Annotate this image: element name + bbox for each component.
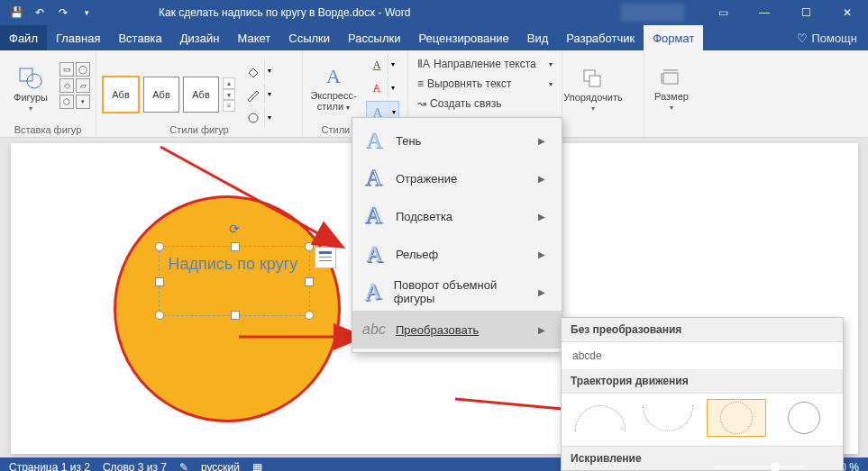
chevron-right-icon: ▶ bbox=[538, 249, 545, 259]
rotate-handle[interactable]: ⟳ bbox=[227, 222, 242, 236]
bevel-a-icon: A bbox=[366, 240, 383, 267]
status-language[interactable]: русский bbox=[201, 461, 240, 471]
save-icon[interactable]: 💾 bbox=[7, 4, 25, 22]
path-circle[interactable] bbox=[707, 399, 766, 437]
status-page[interactable]: Страница 1 из 2 bbox=[9, 461, 90, 471]
shapes-button[interactable]: Фигуры ▾ bbox=[5, 54, 56, 121]
shape-style-gallery-controls[interactable]: ▴▾≡ bbox=[223, 77, 235, 112]
chevron-right-icon: ▶ bbox=[538, 287, 545, 297]
path-arc-down[interactable] bbox=[639, 399, 699, 437]
size-button[interactable]: Размер ▾ bbox=[650, 54, 693, 121]
layout-options-button[interactable] bbox=[315, 247, 336, 268]
resize-handle-r[interactable] bbox=[305, 277, 314, 286]
shape-outline-button[interactable] bbox=[242, 84, 264, 105]
shapes-icon bbox=[18, 67, 43, 90]
shape-outline-dropdown[interactable]: ▾ bbox=[264, 84, 274, 104]
menu-item-glow[interactable]: A Подсветка ▶ bbox=[352, 197, 562, 235]
align-text-button[interactable]: ≡Выровнять текст▾ bbox=[414, 74, 556, 94]
text-direction-label: Направление текста bbox=[434, 58, 536, 70]
menu-item-bevel[interactable]: A Рельеф ▶ bbox=[352, 235, 562, 273]
text-fill-button[interactable]: A bbox=[366, 54, 388, 76]
tab-layout[interactable]: Макет bbox=[228, 25, 279, 50]
group-insert-shapes: Вставка фигур bbox=[0, 124, 96, 135]
glow-a-icon: A bbox=[366, 203, 383, 230]
create-link-button[interactable]: ↝Создать связь bbox=[414, 94, 556, 113]
redo-icon[interactable]: ↷ bbox=[54, 4, 72, 22]
rotation-a-icon: A bbox=[364, 277, 381, 307]
text-outline-button[interactable]: A bbox=[366, 77, 388, 99]
text-direction-button[interactable]: ⅡAНаправление текста▾ bbox=[414, 54, 556, 74]
chevron-right-icon: ▶ bbox=[538, 174, 545, 184]
tab-home[interactable]: Главная bbox=[47, 25, 109, 50]
tell-me[interactable]: ♡ Помощн bbox=[786, 25, 868, 50]
tab-developer[interactable]: Разработчик bbox=[557, 25, 644, 50]
align-text-icon: ≡ bbox=[417, 77, 424, 90]
menu-glow-label: Подсветка bbox=[396, 210, 452, 223]
undo-icon[interactable]: ↶ bbox=[31, 4, 49, 22]
shape-fill-dropdown[interactable]: ▾ bbox=[264, 60, 274, 80]
tab-format[interactable]: Формат bbox=[644, 25, 703, 50]
tab-review[interactable]: Рецензирование bbox=[409, 25, 517, 50]
svg-rect-5 bbox=[663, 73, 678, 84]
tell-me-label: Помощн bbox=[811, 32, 857, 45]
menu-reflection-label: Отражение bbox=[396, 172, 457, 186]
menu-item-reflection[interactable]: A Отражение ▶ bbox=[352, 159, 562, 197]
maximize-button[interactable]: ☐ bbox=[785, 0, 827, 25]
link-icon: ↝ bbox=[417, 97, 426, 110]
menu-item-shadow[interactable]: A Тень ▶ bbox=[352, 122, 562, 159]
user-account[interactable] bbox=[621, 4, 684, 22]
path-button[interactable] bbox=[775, 399, 835, 437]
shape-style-3[interactable]: Абв bbox=[183, 77, 219, 113]
tab-view[interactable]: Вид bbox=[518, 25, 558, 50]
qat-more-icon[interactable]: ▾ bbox=[78, 4, 96, 22]
close-button[interactable]: ✕ bbox=[827, 0, 868, 25]
resize-handle-tl[interactable] bbox=[155, 242, 164, 251]
bucket-icon bbox=[246, 64, 260, 78]
arrange-button[interactable]: Упорядочить ▾ bbox=[568, 54, 618, 121]
menu-item-transform[interactable]: abc Преобразовать ▶ bbox=[352, 311, 562, 349]
menu-item-3d-rotation[interactable]: A Поворот объемной фигуры ▶ bbox=[352, 273, 562, 311]
shapes-label: Фигуры bbox=[14, 92, 48, 103]
arrange-icon bbox=[580, 67, 606, 90]
bulb-icon: ♡ bbox=[797, 32, 808, 45]
text-fill-dropdown[interactable]: ▾ bbox=[388, 54, 397, 74]
tab-insert[interactable]: Вставка bbox=[109, 25, 170, 50]
ribbon-display-icon[interactable]: ▭ bbox=[702, 0, 744, 25]
menu-shadow-label: Тень bbox=[396, 134, 421, 148]
menu-rotation-label: Поворот объемной фигуры bbox=[394, 278, 529, 305]
shape-style-1[interactable]: Абв bbox=[102, 76, 140, 113]
quick-styles-button[interactable]: A Экспресс-стили ▾ bbox=[308, 54, 359, 121]
size-icon bbox=[660, 68, 683, 89]
spellcheck-icon[interactable]: ✎ bbox=[179, 461, 188, 471]
text-outline-dropdown[interactable]: ▾ bbox=[388, 77, 397, 97]
tab-references[interactable]: Ссылки bbox=[279, 25, 339, 50]
text-box-content: Надпись по кругу bbox=[169, 254, 298, 274]
resize-handle-bl[interactable] bbox=[155, 311, 164, 320]
arrange-label: Упорядочить bbox=[563, 92, 622, 103]
text-box[interactable]: Надпись по кругу ⟳ bbox=[159, 246, 310, 316]
resize-handle-b[interactable] bbox=[231, 311, 240, 320]
resize-handle-t[interactable] bbox=[231, 242, 240, 251]
tab-design[interactable]: Дизайн bbox=[171, 25, 229, 50]
transform-submenu: Без преобразования abcde Траектория движ… bbox=[561, 317, 844, 471]
resize-handle-br[interactable] bbox=[305, 311, 314, 320]
path-arc-up[interactable] bbox=[571, 399, 630, 437]
resize-handle-tr[interactable] bbox=[305, 242, 314, 251]
pen-icon bbox=[246, 87, 260, 102]
shape-gallery-mini[interactable]: ▭◯ ◇▱ ⬡▾ bbox=[59, 54, 90, 117]
shape-style-2[interactable]: Абв bbox=[143, 77, 179, 113]
tab-file[interactable]: Файл bbox=[0, 25, 47, 50]
ribbon-tabs: Файл Главная Вставка Дизайн Макет Ссылки… bbox=[0, 25, 868, 50]
macros-icon[interactable]: ▦ bbox=[252, 461, 262, 471]
resize-handle-l[interactable] bbox=[155, 277, 164, 286]
zoom-slider[interactable] bbox=[714, 466, 804, 469]
chevron-right-icon: ▶ bbox=[538, 212, 545, 222]
minimize-button[interactable]: — bbox=[744, 0, 785, 25]
shape-fill-button[interactable] bbox=[242, 60, 264, 82]
status-words[interactable]: Слово 3 из 7 bbox=[103, 461, 167, 471]
tab-mailings[interactable]: Рассылки bbox=[339, 25, 409, 50]
wordart-a-icon: A bbox=[326, 65, 341, 88]
transform-abc-icon: abc bbox=[362, 322, 386, 338]
submenu-abcde-item[interactable]: abcde bbox=[562, 342, 843, 369]
title-bar: 💾 ↶ ↷ ▾ Как сделать надпись по кругу в В… bbox=[0, 0, 868, 25]
